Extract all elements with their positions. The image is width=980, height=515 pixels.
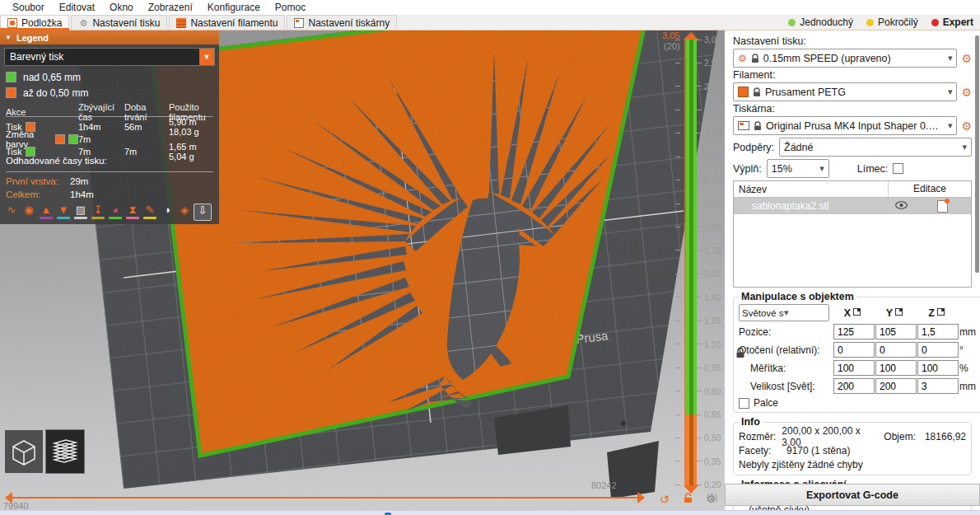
tick-label: 1,25	[704, 316, 721, 325]
travels-icon[interactable]: ∿	[3, 204, 20, 219]
menu-item[interactable]: Okno	[102, 2, 141, 13]
gear-icon[interactable]: ⚙	[707, 493, 716, 506]
lock-icon	[753, 87, 761, 97]
retractions-icon[interactable]: ▲	[38, 204, 54, 219]
lock-icon	[754, 121, 762, 131]
legend-title: Legend	[16, 33, 49, 43]
eye-icon[interactable]	[889, 200, 913, 212]
axis-x-input[interactable]	[833, 342, 875, 358]
custom-gcode-icon[interactable]: ✎	[142, 204, 158, 219]
axis-z-input[interactable]	[917, 324, 959, 339]
range-label: nad 0,65 mm	[23, 72, 81, 83]
axis-x-input[interactable]	[833, 360, 875, 376]
facets-value: 9170 (1 stěna)	[786, 445, 850, 456]
menu-item[interactable]: Editovat	[52, 2, 102, 13]
col-header: Akce	[6, 107, 78, 117]
legend-range-item: nad 0,65 mm	[0, 69, 219, 85]
manipulation-row-label: Měřítka:	[739, 363, 829, 374]
menu-item[interactable]: Pomoc	[268, 2, 313, 13]
mode-simple[interactable]: Jednoduchý	[788, 16, 853, 28]
manipulation-row-label: Otočení (relativní):	[739, 344, 829, 356]
tick-label: 0,50	[704, 433, 721, 442]
axis-z-input[interactable]	[917, 360, 959, 376]
tick-label: 0,35	[704, 456, 721, 466]
tick-label: 0,20	[704, 480, 721, 489]
chevron-down-icon: ▾	[962, 142, 967, 152]
mode-label: Expert	[943, 16, 973, 28]
print-settings-gear-icon[interactable]: ⚙	[961, 52, 972, 65]
color-change-icon[interactable]: ↧	[90, 204, 106, 219]
axis-y-input[interactable]	[875, 378, 917, 394]
layer-tick: 1,55	[675, 262, 725, 285]
axis-x-input[interactable]	[833, 378, 875, 394]
menu-bar: SouborEditovatOknoZobrazeníKonfiguracePo…	[0, 0, 980, 15]
menu-item[interactable]: Soubor	[5, 2, 52, 13]
inches-checkbox[interactable]	[739, 398, 749, 409]
brim-checkbox[interactable]	[893, 163, 903, 174]
manipulation-row-label: Pozice:	[739, 326, 829, 338]
mode-expert[interactable]: Expert	[931, 16, 973, 28]
view-type-select[interactable]: Barevný tisk ▼	[4, 48, 215, 66]
filament-select[interactable]: Prusament PETG ▾	[733, 82, 957, 101]
printer-select[interactable]: Original Prusa MK4 Input Shaper 0.4 nozz…	[733, 116, 957, 135]
layer-tick: 2,15	[675, 168, 725, 191]
tab-filament-settings[interactable]: Nastavení filamentu	[169, 15, 285, 30]
slider-right-handle[interactable]	[637, 492, 645, 503]
axis-z-input[interactable]	[917, 378, 959, 394]
printer-gear-icon[interactable]: ⚙	[961, 119, 972, 133]
unlock-icon[interactable]	[684, 493, 693, 506]
tool-icon[interactable]: ◈	[176, 204, 193, 219]
menu-item[interactable]: Zobrazení	[141, 2, 200, 13]
menu-item[interactable]: Konfigurace	[200, 2, 268, 13]
sidebar-scrollbar[interactable]	[975, 35, 979, 273]
slider-track[interactable]	[12, 497, 637, 499]
wipe-icon[interactable]: ◉	[21, 204, 37, 219]
preview-view-button[interactable]	[46, 430, 84, 473]
legend-header[interactable]: ▼ Legend	[0, 30, 219, 44]
tick-label: 2,00	[704, 199, 721, 208]
object-name: sablonaptaka2.stl	[734, 200, 889, 212]
color-print-icon[interactable]: ◕	[107, 204, 124, 219]
remaining-cell: 7m	[78, 134, 124, 144]
shells-icon[interactable]: ◑	[159, 204, 175, 219]
axis-box-icon	[895, 308, 903, 316]
3d-viewport[interactable]: Prusa ▼ Legend Barevný tisk ▼	[0, 30, 725, 511]
layer-slider[interactable]: 3,05 (20) 3,05 2,90 2,75 2,60	[656, 30, 725, 511]
tick-label: 1,70	[704, 246, 721, 255]
tab-printer-settings[interactable]: Nastavení tiskárny	[287, 15, 397, 30]
seams-icon[interactable]: ▨	[72, 204, 89, 219]
infill-select[interactable]: 15% ▾	[767, 159, 829, 178]
mode-advanced[interactable]: Pokročilý	[866, 16, 918, 28]
pause-print-icon[interactable]: ⧗	[124, 204, 141, 219]
axis-x-input[interactable]	[833, 324, 875, 339]
taskbar-edge	[0, 510, 980, 515]
axis-y-input[interactable]	[875, 324, 917, 339]
divider	[6, 171, 213, 172]
total-time-value: 1h4m	[70, 190, 94, 199]
chevron-down-icon: ▾	[784, 307, 826, 318]
revert-icon[interactable]: ↺	[660, 493, 670, 506]
edit-object-icon[interactable]	[913, 200, 971, 213]
axis-z-input[interactable]	[917, 342, 959, 358]
supports-select[interactable]: Žádné ▾	[779, 138, 972, 157]
coordinates-select[interactable]: Světové souřadnice ▾	[739, 304, 829, 321]
toolhead-marker-icon[interactable]: ⇩	[194, 204, 212, 221]
filament-gear-icon[interactable]: ⚙	[961, 86, 972, 99]
legend-panel: ▼ Legend Barevný tisk ▼ nad 0,65 mm až d…	[0, 30, 219, 224]
object-list: Název Editace sablonaptaka2.stl	[733, 180, 972, 288]
layer-tick: 1,40	[675, 286, 725, 309]
axis-y-input[interactable]	[875, 342, 917, 358]
filament-cell: 5,90 m 18,03 g	[169, 117, 213, 137]
view-type-value: Barevný tisk	[5, 51, 199, 63]
print-settings-select[interactable]: ⚙ 0.15mm SPEED (upraveno) ▾	[733, 49, 957, 68]
export-gcode-button[interactable]: Exportovat G-code	[725, 484, 980, 506]
uniform-scale-lock-icon[interactable]	[735, 347, 745, 361]
object-row[interactable]: sablonaptaka2.stl	[734, 198, 971, 214]
tab-plater[interactable]: Podložka	[0, 15, 69, 30]
axis-y-input[interactable]	[875, 360, 917, 376]
moves-slider[interactable]: 80242 79940	[0, 475, 659, 511]
tab-print-settings[interactable]: ⚙ Nastavení tisku	[71, 15, 167, 30]
editor-view-button[interactable]	[5, 430, 43, 473]
tick-label: 1,85	[704, 222, 721, 232]
deretractions-icon[interactable]: ▼	[55, 204, 72, 219]
